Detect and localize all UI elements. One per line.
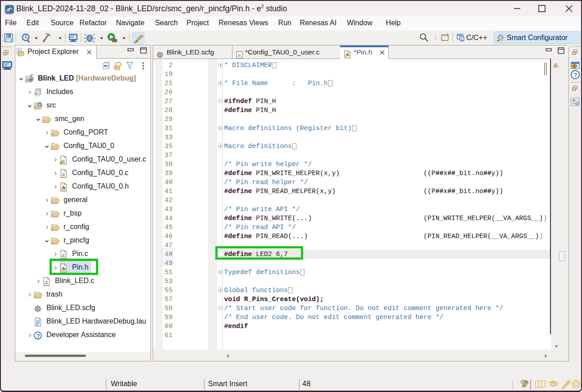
- svg-text:C: C: [461, 37, 464, 41]
- svg-text:?: ?: [574, 72, 577, 78]
- svg-text:C/C++: C/C++: [466, 34, 487, 41]
- svg-text:Smart Configurator: Smart Configurator: [507, 34, 568, 41]
